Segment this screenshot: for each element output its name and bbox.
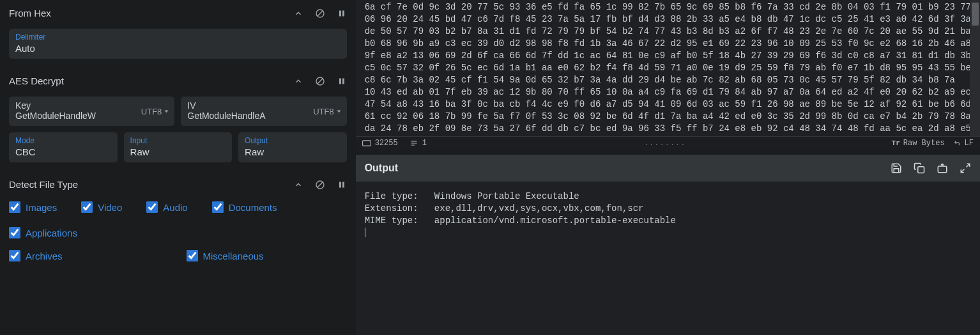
aes-output-field[interactable]: Output Raw: [238, 132, 347, 162]
drag-handle[interactable]: ........: [438, 139, 892, 148]
disable-icon[interactable]: [315, 76, 325, 86]
svg-marker-9: [337, 111, 341, 113]
pause-icon[interactable]: [337, 180, 347, 190]
pause-icon[interactable]: [337, 76, 347, 86]
check-misc[interactable]: Miscellaneous: [187, 250, 264, 261]
aes-input-field[interactable]: Input Raw: [124, 132, 233, 162]
svg-line-1: [318, 11, 323, 16]
check-video[interactable]: Video: [81, 201, 122, 213]
checkbox[interactable]: [9, 250, 20, 261]
maximize-icon[interactable]: [960, 162, 971, 174]
svg-rect-6: [339, 78, 341, 84]
pane-divider[interactable]: [356, 150, 980, 155]
output-content[interactable]: File type: Windows Portable Executable E…: [356, 182, 980, 336]
checkbox[interactable]: [81, 201, 93, 213]
field-label: Output: [245, 136, 341, 145]
checkbox[interactable]: [212, 201, 224, 213]
op-title: From Hex: [9, 8, 293, 19]
hex-content: 6a cf 7e 0d 9c 3d 20 77 5c 93 36 e5 fd f…: [356, 0, 980, 136]
aes-mode-field[interactable]: Mode CBC: [9, 132, 118, 162]
field-label: Delimiter: [15, 33, 341, 42]
checkbox[interactable]: [9, 201, 20, 213]
statusbar: 32255 1 ........ TrRaw Bytes LF: [356, 136, 980, 150]
collapse-icon[interactable]: [293, 8, 303, 19]
bytes-count: 32255: [362, 139, 398, 148]
svg-line-5: [318, 79, 323, 84]
line-count: 1: [410, 139, 427, 148]
svg-rect-18: [918, 166, 924, 173]
op-aes-header: AES Decrypt: [0, 68, 356, 94]
scrollbar[interactable]: [970, 0, 980, 136]
checkbox[interactable]: [146, 201, 158, 213]
aes-key-field[interactable]: Key GetModuleHandleW UTF8: [9, 97, 174, 126]
hex-input-area[interactable]: 6a cf 7e 0d 9c 3d 20 77 5c 93 36 e5 fd f…: [356, 0, 980, 136]
svg-line-11: [318, 182, 323, 187]
replace-input-icon[interactable]: [937, 162, 948, 174]
checkbox[interactable]: [187, 250, 198, 261]
svg-rect-3: [342, 10, 344, 16]
field-label: Input: [130, 136, 226, 145]
op-fromhex-header: From Hex: [0, 0, 356, 26]
delimiter-field[interactable]: Delimiter Auto: [9, 29, 347, 59]
check-archives[interactable]: Archives: [9, 250, 63, 261]
checkbox[interactable]: [9, 227, 20, 238]
check-documents[interactable]: Documents: [212, 201, 277, 213]
eol-indicator[interactable]: LF: [953, 139, 974, 148]
save-icon[interactable]: [891, 162, 902, 174]
field-value: Raw: [245, 146, 341, 157]
field-value: CBC: [15, 146, 111, 157]
svg-rect-14: [362, 141, 371, 146]
op-title: AES Decrypt: [9, 75, 293, 86]
disable-icon[interactable]: [315, 8, 325, 19]
encoding-indicator[interactable]: TrRaw Bytes: [892, 139, 945, 148]
svg-line-21: [961, 169, 964, 172]
encoding-dropdown[interactable]: UTF8: [313, 107, 342, 116]
encoding-dropdown[interactable]: UTF8: [141, 107, 170, 116]
field-label: Mode: [15, 136, 111, 145]
svg-marker-8: [165, 111, 169, 113]
pause-icon[interactable]: [337, 8, 347, 19]
svg-rect-19: [938, 166, 947, 173]
copy-icon[interactable]: [914, 162, 925, 174]
collapse-icon[interactable]: [293, 76, 303, 86]
svg-line-20: [967, 164, 970, 167]
svg-rect-2: [339, 10, 341, 16]
output-title: Output: [365, 162, 891, 174]
scrollbar-thumb[interactable]: [972, 3, 979, 26]
svg-rect-13: [342, 182, 344, 187]
field-value: Auto: [15, 43, 341, 54]
op-detect-header: Detect File Type: [0, 171, 356, 198]
aes-iv-field[interactable]: IV GetModuleHandleA UTF8: [181, 97, 346, 126]
field-value: Raw: [130, 146, 226, 157]
check-images[interactable]: Images: [9, 201, 57, 213]
svg-rect-7: [342, 78, 344, 84]
collapse-icon[interactable]: [293, 180, 303, 190]
svg-rect-12: [339, 182, 341, 187]
check-applications[interactable]: Applications: [9, 227, 77, 238]
disable-icon[interactable]: [315, 180, 325, 190]
op-title: Detect File Type: [9, 179, 293, 190]
check-audio[interactable]: Audio: [146, 201, 187, 213]
output-header: Output: [356, 155, 980, 182]
